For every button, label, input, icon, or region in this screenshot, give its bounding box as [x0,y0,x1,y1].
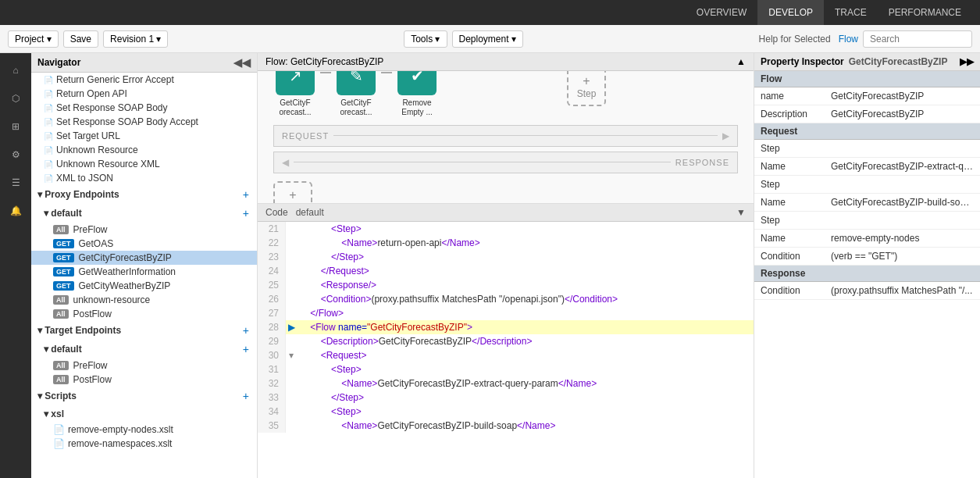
default-proxy-add-btn[interactable]: + [241,207,251,219]
default-proxy-label: ▾ default [44,208,82,219]
prop-val-name2: remove-empty-nodes [828,232,977,244]
search-input[interactable] [863,30,972,48]
flow-step-1[interactable]: ✎ GetCityF orecast... [334,71,378,117]
navigator-content: 📄 Return Generic Error Accept 📄 Return O… [31,73,257,478]
postflow2-label: PostFlow [73,374,112,385]
target-endpoints-section[interactable]: ▾ Target Endpoints + [31,321,257,340]
line-code-27: </Flow> [297,306,344,320]
prop-val-name1: GetCityForecastByZIP-build-soap... [828,196,977,209]
nav-overview[interactable]: OVERVIEW [686,0,757,25]
proxy-endpoints-add-btn[interactable]: + [241,188,251,201]
nav-preflow2[interactable]: All PreFlow [31,358,257,373]
prop-val-step1 [828,178,977,191]
property-panel-expand[interactable]: ▶▶ [960,56,974,67]
line-arrow-35 [286,419,297,433]
prop-row-step2: Step [754,212,980,230]
nav-item-set-target-url[interactable]: 📄 Set Target URL [31,129,257,143]
nav-item-set-response-soap-accept[interactable]: 📄 Set Response SOAP Body Accept [31,115,257,129]
xsl-section[interactable]: ▾ xsl [31,405,257,423]
code-line-32: 32 <Name>GetCityForecastByZIP-extract-qu… [258,376,754,391]
sidebar-api-icon[interactable]: ⊞ [3,114,28,139]
nav-item-unknown-resource-xml[interactable]: 📄 Unknown Resource XML [31,157,257,171]
prop-val-name0: GetCityForecastByZIP-extract-qu... [828,160,977,173]
line-code-29: <Description>GetCityForecastByZIP</Descr… [297,334,532,348]
sidebar-settings-icon[interactable]: ⚙ [3,142,28,167]
code-line-28: 28 ▶ <Flow name="GetCityForecastByZIP"> [258,320,754,334]
add-step-label-bottom: Step [283,202,303,205]
project-button[interactable]: Project ▾ [8,30,59,48]
prop-key-step1: Step [757,178,828,191]
line-arrow-26 [286,292,297,306]
prop-section-request: Request [754,123,980,140]
code-panel-expand[interactable]: ▼ [736,207,746,218]
code-panel-header: Code default ▼ [258,204,754,222]
badge-all-postflow1: All [53,309,69,319]
nav-preflow1[interactable]: All PreFlow [31,223,257,237]
line-code-22: <Name>return-open-api</Name> [297,236,480,250]
revision-button[interactable]: Revision 1 ▾ [103,30,168,48]
line-code-24: </Request> [297,264,369,278]
sidebar-bell-icon[interactable]: 🔔 [3,198,28,223]
flow-canvas-expand[interactable]: ▲ [736,56,746,67]
property-panel: Property Inspector GetCityForecastByZIP … [754,53,980,478]
line-arrow-29 [286,334,297,348]
default-target-add-btn[interactable]: + [241,343,251,355]
doc-icon-1: 📄 [44,90,53,98]
nav-getcityforecastbyzip[interactable]: GET GetCityForecastByZIP [31,251,257,265]
add-step-box-bottom[interactable]: + Step [273,181,312,205]
add-step-plus-icon-bottom: + [289,188,296,202]
nav-develop[interactable]: DEVELOP [757,0,824,25]
flow-step-2[interactable]: ✔ Remove Empty ... [395,71,439,117]
scripts-add-btn[interactable]: + [241,390,251,402]
nav-item-return-open-api[interactable]: 📄 Return Open API [31,87,257,101]
deployment-button[interactable]: Deployment ▾ [452,30,523,48]
nav-item-xml-to-json[interactable]: 📄 XML to JSON [31,171,257,185]
badge-all-postflow2: All [53,375,69,384]
nav-label-2: Set Response SOAP Body [56,102,168,113]
nav-performance[interactable]: PERFORMANCE [878,0,972,25]
sidebar-book-icon[interactable]: ☰ [3,170,28,195]
save-button[interactable]: Save [63,30,98,48]
navigator-panel: Navigator ◀◀ 📄 Return Generic Error Acce… [31,53,258,478]
nav-item-set-response-soap[interactable]: 📄 Set Response SOAP Body [31,101,257,115]
scripts-section[interactable]: ▾ Scripts + [31,387,257,405]
line-num-28: 28 [258,320,286,334]
nav-postflow1[interactable]: All PostFlow [31,307,257,321]
proxy-endpoints-section[interactable]: ▾ Proxy Endpoints + [31,185,257,204]
line-arrow-25 [286,278,297,292]
line-code-31: <Step> [297,362,362,376]
flow-step-0[interactable]: ↗ GetCityF orecast... [273,71,317,117]
nav-unknown-resource[interactable]: All unknown-resource [31,293,257,307]
add-step-box[interactable]: + Step [567,71,606,106]
nav-trace[interactable]: TRACE [824,0,878,25]
nav-item-unknown-resource[interactable]: 📄 Unknown Resource [31,143,257,157]
navigator-collapse-btn[interactable]: ◀◀ [233,56,251,69]
sidebar-home-icon[interactable]: ⌂ [3,58,28,83]
flow-step-icon-2: ✔ [397,71,437,95]
toolbar: Project ▾ Save Revision 1 ▾ Tools ▾ Depl… [0,25,980,53]
line-code-30: <Request> [297,348,366,362]
code-line-30: 30 ▾ <Request> [258,348,754,362]
badge-all-unknown: All [53,295,69,305]
default-target-section[interactable]: ▾ default + [31,340,257,358]
unknown-resource-label: unknown-resource [73,294,151,305]
nav-item-return-generic[interactable]: 📄 Return Generic Error Accept [31,73,257,87]
badge-get-cityweather: GET [53,281,74,291]
nav-getweatherinformation[interactable]: GET GetWeatherInformation [31,265,257,279]
prop-key-step0: Step [757,142,828,155]
code-line-26: 26 <Condition>(proxy.pathsuffix MatchesP… [258,292,754,306]
target-endpoints-add-btn[interactable]: + [241,324,251,337]
flow-link[interactable]: Flow [839,34,858,45]
nav-getcityweatherbyzip[interactable]: GET GetCityWeatherByZIP [31,279,257,293]
nav-remove-namespaces[interactable]: 📄 remove-namespaces.xslt [31,437,257,451]
nav-remove-empty-nodes[interactable]: 📄 remove-empty-nodes.xslt [31,423,257,437]
code-content[interactable]: 21 <Step> 22 <Name>return-open-api</Name… [258,222,754,478]
nav-postflow2[interactable]: All PostFlow [31,373,257,387]
nav-getoas[interactable]: GET GetOAS [31,237,257,251]
line-code-34: <Step> [297,405,362,419]
sidebar-box-icon[interactable]: ⬡ [3,86,28,111]
default-proxy-section[interactable]: ▾ default + [31,204,257,223]
code-line-29: 29 <Description>GetCityForecastByZIP</De… [258,334,754,348]
tools-button[interactable]: Tools ▾ [404,30,447,48]
badge-get-forecast: GET [53,253,74,262]
